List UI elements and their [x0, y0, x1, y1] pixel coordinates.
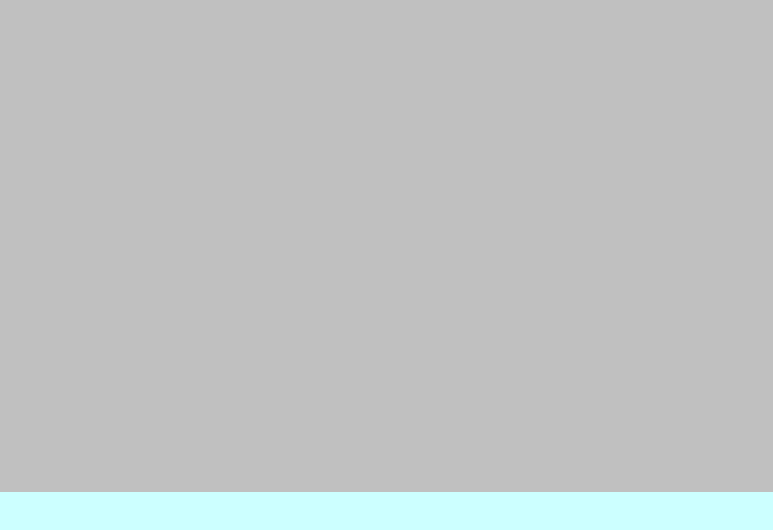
weather-chart [0, 0, 773, 532]
statistics-table [0, 492, 773, 530]
bottom-strip [0, 530, 773, 532]
